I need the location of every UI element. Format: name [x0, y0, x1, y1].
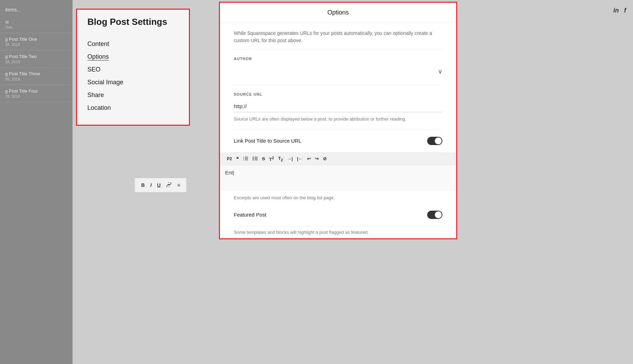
clear-button[interactable]: ⊘: [321, 155, 328, 162]
author-label: AUTHOR: [234, 57, 442, 61]
facebook-icon[interactable]: f: [624, 7, 626, 14]
redo-button[interactable]: ↪: [313, 155, 320, 162]
subscript-button[interactable]: T2: [276, 155, 285, 163]
source-url-label: SOURCE URL: [234, 92, 442, 96]
list-item[interactable]: st 7pm: [0, 16, 73, 33]
excerpt-toolbar: P2 ❝ 123 S T2 T2 →| |← ↩ ↪ ⊘: [220, 152, 456, 165]
link-post-title-row: Link Post Title to Source URL: [234, 130, 442, 152]
source-url-input[interactable]: [234, 100, 442, 112]
bold-button[interactable]: B: [139, 181, 147, 189]
options-content: While Squarespace generates URLs for you…: [220, 23, 456, 238]
settings-nav: Content Options SEO Social Image Share L…: [87, 38, 179, 114]
nav-item-share[interactable]: Share: [87, 89, 179, 102]
featured-post-row: Featured Post: [234, 204, 442, 226]
svg-point-10: [252, 158, 253, 159]
featured-hint: Some templates and blocks will highlight…: [234, 226, 442, 238]
options-panel: Options While Squarespace generates URLs…: [219, 2, 457, 239]
settings-panel-wrapper: Blog Post Settings Content Options SEO S…: [76, 9, 190, 126]
list-item[interactable]: g Post Title Two 28, 2019: [0, 50, 73, 68]
p2-label: P2: [225, 155, 234, 162]
blockquote-button[interactable]: ❝: [234, 155, 240, 162]
options-title: Options: [220, 3, 456, 23]
excerpts-hint: Excerpts are used most often on the blog…: [234, 190, 442, 204]
outdent-button[interactable]: |←: [295, 155, 305, 162]
post-title: st: [5, 19, 67, 25]
source-url-section: SOURCE URL Source URLs are often display…: [234, 85, 442, 130]
svg-point-11: [252, 159, 253, 160]
link-button[interactable]: [164, 181, 174, 189]
editor-toolbar: B I U ≡: [135, 178, 186, 192]
linkedin-icon[interactable]: in: [613, 7, 619, 14]
post-title: g Post Title Four: [5, 88, 67, 94]
social-icons: in f: [613, 7, 633, 14]
excerpt-editor-area: P2 ❝ 123 S T2 T2 →| |← ↩ ↪ ⊘: [220, 152, 456, 190]
post-title: g Post Title Three: [5, 71, 67, 76]
align-button[interactable]: ≡: [175, 181, 182, 189]
post-date: 28, 2019: [5, 94, 67, 98]
undo-button[interactable]: ↩: [305, 155, 313, 162]
nav-item-content[interactable]: Content: [87, 38, 179, 50]
blog-list-sidebar: items... st 7pm g Post Title One 28, 201…: [0, 0, 73, 364]
chevron-down-icon: ∨: [438, 68, 442, 75]
strikethrough-button[interactable]: S: [260, 155, 267, 162]
list-item[interactable]: g Post Title Three 28, 2019: [0, 68, 73, 85]
nav-item-seo[interactable]: SEO: [87, 63, 179, 76]
post-title: g Post Title Two: [5, 54, 67, 59]
post-date: 28, 2019: [5, 42, 67, 47]
post-date: 7pm: [5, 25, 67, 29]
post-date: 28, 2019: [5, 77, 67, 81]
indent-button[interactable]: →|: [285, 155, 295, 162]
author-section: AUTHOR ∨: [234, 50, 442, 85]
svg-text:3: 3: [243, 159, 244, 161]
excerpt-edit-area[interactable]: Ent|: [220, 165, 456, 190]
italic-button[interactable]: I: [148, 181, 154, 189]
settings-title: Blog Post Settings: [87, 17, 179, 27]
options-panel-wrapper: Options While Squarespace generates URLs…: [219, 2, 457, 239]
options-intro-text: While Squarespace generates URLs for you…: [234, 23, 442, 50]
nav-item-options[interactable]: Options: [87, 50, 179, 63]
author-dropdown[interactable]: ∨: [234, 65, 442, 78]
list-item[interactable]: g Post Title Four 28, 2019: [0, 85, 73, 102]
nav-item-location[interactable]: Location: [87, 102, 179, 114]
ordered-list-button[interactable]: 123: [241, 155, 250, 163]
settings-panel: Blog Post Settings Content Options SEO S…: [76, 9, 190, 126]
superscript-button[interactable]: T2: [267, 155, 276, 163]
source-url-hint: Source URLs are often displayed below a …: [234, 116, 442, 123]
items-label: items...: [0, 3, 73, 16]
link-post-title-toggle[interactable]: [427, 137, 442, 145]
featured-post-toggle[interactable]: [427, 211, 442, 219]
svg-point-9: [252, 156, 253, 157]
post-date: 28, 2019: [5, 60, 67, 64]
underline-button[interactable]: U: [155, 181, 163, 189]
nav-item-social-image[interactable]: Social Image: [87, 76, 179, 89]
list-item[interactable]: g Post Title One 28, 2019: [0, 33, 73, 50]
unordered-list-button[interactable]: [251, 155, 260, 163]
featured-post-label: Featured Post: [234, 212, 266, 218]
post-title: g Post Title One: [5, 37, 67, 42]
link-post-title-label: Link Post Title to Source URL: [234, 138, 301, 144]
